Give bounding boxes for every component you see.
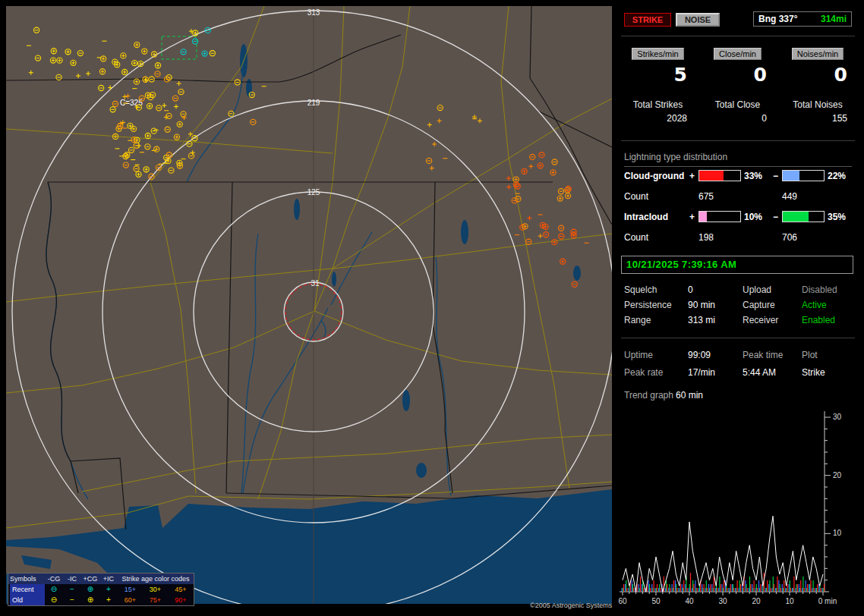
minus-sign: − xyxy=(773,171,778,181)
bearing-readout: Bng 337° 314mi xyxy=(753,11,852,27)
receiver-label: Receiver xyxy=(743,315,778,325)
legend-symbols-label: Symbols xyxy=(10,574,45,584)
svg-text:60: 60 xyxy=(618,597,627,605)
cloud-ground-label: Cloud-ground xyxy=(624,171,684,181)
total-noises-value: 155 xyxy=(777,113,858,124)
datetime-display: 10/21/2025 7:39:16 AM xyxy=(621,256,853,274)
uptime-label: Uptime xyxy=(624,350,653,360)
bearing-range: 314mi xyxy=(821,14,847,24)
noises-per-min-chip[interactable]: Noises/min xyxy=(792,48,844,60)
svg-text:30: 30 xyxy=(718,597,727,605)
age-45: 45+ xyxy=(168,584,194,595)
strike-button[interactable]: STRIKE xyxy=(624,13,671,27)
legend-col-ncg: -CG xyxy=(45,574,63,584)
total-noises-label: Total Noises xyxy=(777,99,858,110)
peak-time-label: Peak time xyxy=(743,350,783,360)
total-close-label: Total Close xyxy=(698,99,777,110)
cg-negative-bar xyxy=(782,170,825,181)
age-90: 90+ xyxy=(168,595,194,605)
legend-header: Symbols -CG -IC +CG +IC Strike age color… xyxy=(8,574,194,584)
app-window: 31321912531C=325 Symbols -CG -IC +CG +IC… xyxy=(0,0,864,616)
plus-sign: + xyxy=(689,212,695,222)
age-60: 60+ xyxy=(118,595,143,605)
cg-positive-bar xyxy=(698,170,741,181)
svg-text:10: 10 xyxy=(785,597,794,605)
svg-text:313: 313 xyxy=(307,8,320,17)
trend-graph: 1020306050403020100 min xyxy=(618,404,858,616)
strikes-per-min-chip[interactable]: Strikes/min xyxy=(632,48,683,60)
divider xyxy=(621,140,855,141)
ic-positive-bar xyxy=(698,211,741,222)
legend-row-recent: Recent ⊖ − ⊕ + 15+ 30+ 45+ xyxy=(8,584,194,595)
peak-rate-value: 17/min xyxy=(688,367,715,378)
ic-positive-pct: 10% xyxy=(744,212,762,222)
persistence-value: 90 min xyxy=(688,300,715,310)
close-per-min-chip[interactable]: Close/min xyxy=(714,48,762,60)
trend-graph-value: 60 min xyxy=(676,390,703,401)
range-value: 313 mi xyxy=(688,315,715,325)
count-label: Count xyxy=(624,191,648,202)
circle-minus-icon: ⊖ xyxy=(45,584,63,595)
svg-text:125: 125 xyxy=(307,188,320,196)
svg-text:219: 219 xyxy=(307,99,320,107)
persistence-label: Persistence xyxy=(624,300,672,310)
ic-negative-pct: 35% xyxy=(828,212,846,222)
divider xyxy=(621,36,855,36)
uptime-value: 99:09 xyxy=(688,350,711,360)
copyright-text: ©2005 Astrogenic Systems xyxy=(530,602,612,609)
legend-col-nic: -IC xyxy=(63,574,81,584)
map-legend: Symbols -CG -IC +CG +IC Strike age color… xyxy=(8,573,194,606)
trend-graph-label: Trend graph xyxy=(624,390,673,401)
svg-text:30: 30 xyxy=(833,413,842,421)
svg-text:10: 10 xyxy=(833,529,842,537)
plus-icon: + xyxy=(99,584,118,595)
upload-label: Upload xyxy=(743,284,771,295)
lightning-map[interactable]: 31321912531C=325 xyxy=(6,6,612,604)
bearing-label: Bng 337° xyxy=(758,14,797,24)
legend-recent-label: Recent xyxy=(10,584,45,595)
age-30: 30+ xyxy=(143,584,168,595)
noise-button[interactable]: NOISE xyxy=(676,13,720,27)
cg-positive-pct: 33% xyxy=(744,171,762,181)
upload-status: Disabled xyxy=(802,284,837,295)
status-panel: STRIKE NOISE Bng 337° 314mi Strikes/min … xyxy=(618,8,858,610)
capture-status: Active xyxy=(802,300,827,310)
circle-plus-icon: ⊕ xyxy=(81,584,99,595)
cg-negative-pct: 22% xyxy=(828,171,846,181)
rate-values-row: 5 0 0 xyxy=(618,64,858,86)
legend-col-pcg: +CG xyxy=(81,574,99,584)
svg-text:20: 20 xyxy=(752,597,761,605)
peak-time-value: 5:44 AM xyxy=(743,367,776,378)
range-label: Range xyxy=(624,315,651,325)
ic-positive-count: 198 xyxy=(698,232,714,243)
strikes-per-min-value: 5 xyxy=(618,64,698,86)
age-75: 75+ xyxy=(143,595,168,605)
age-15: 15+ xyxy=(118,584,143,595)
minus-sign: − xyxy=(773,212,778,222)
circle-plus-icon: ⊕ xyxy=(81,595,99,605)
cg-negative-count: 449 xyxy=(782,191,797,202)
totals-values-row: 2028 0 155 xyxy=(618,113,858,124)
minus-icon: − xyxy=(63,584,81,595)
legend-row-old: Old ⊖ − ⊕ + 60+ 75+ 90+ xyxy=(8,595,194,605)
squelch-value: 0 xyxy=(688,284,693,295)
ic-negative-count: 706 xyxy=(782,232,797,243)
count-label: Count xyxy=(624,232,648,243)
total-strikes-value: 2028 xyxy=(618,113,698,124)
svg-text:50: 50 xyxy=(651,597,661,605)
cg-positive-count: 675 xyxy=(698,191,714,202)
total-close-value: 0 xyxy=(698,113,777,124)
rate-labels-row: Strikes/min Close/min Noises/min xyxy=(618,48,858,60)
legend-old-label: Old xyxy=(10,595,45,605)
svg-text:20: 20 xyxy=(833,471,842,479)
plot-value: Strike xyxy=(802,367,825,378)
divider xyxy=(621,338,855,338)
circle-minus-icon: ⊖ xyxy=(45,595,63,605)
noises-per-min-value: 0 xyxy=(777,64,858,86)
plus-sign: + xyxy=(689,171,695,181)
squelch-label: Squelch xyxy=(624,284,657,295)
svg-text:31: 31 xyxy=(311,279,320,288)
receiver-status: Enabled xyxy=(802,315,835,325)
minus-icon: − xyxy=(63,595,81,605)
svg-text:0 min: 0 min xyxy=(818,597,837,605)
